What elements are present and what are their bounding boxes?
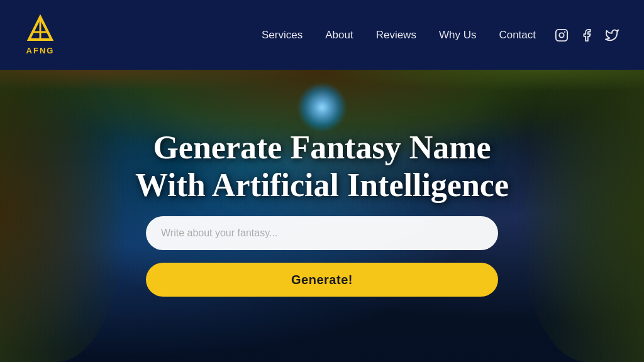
hero-content: Generate Fantasy Name With Artificial In… (0, 129, 644, 297)
navbar: AFNG Services About Reviews Why Us Conta… (0, 0, 644, 70)
nav-item-whyus[interactable]: Why Us (439, 29, 477, 41)
svg-point-5 (564, 31, 565, 32)
brand-name: AFNG (26, 46, 55, 55)
nav-links: Services About Reviews Why Us Contact (262, 29, 536, 41)
social-icons (555, 28, 619, 42)
fantasy-input[interactable] (146, 216, 498, 250)
nav-item-about[interactable]: About (325, 29, 353, 41)
generate-button[interactable]: Generate! (146, 263, 498, 297)
logo[interactable]: AFNG (25, 14, 55, 55)
twitter-icon[interactable] (605, 28, 619, 42)
hero-section: Generate Fantasy Name With Artificial In… (0, 70, 644, 362)
instagram-icon[interactable] (555, 28, 569, 42)
logo-icon (25, 14, 55, 45)
nav-item-services[interactable]: Services (262, 29, 303, 41)
hero-title: Generate Fantasy Name With Artificial In… (135, 129, 509, 204)
svg-point-4 (559, 33, 564, 37)
svg-rect-3 (556, 29, 567, 40)
nav-item-contact[interactable]: Contact (499, 29, 536, 41)
nav-item-reviews[interactable]: Reviews (376, 29, 416, 41)
cave-light (297, 82, 347, 133)
facebook-icon[interactable] (580, 28, 594, 42)
